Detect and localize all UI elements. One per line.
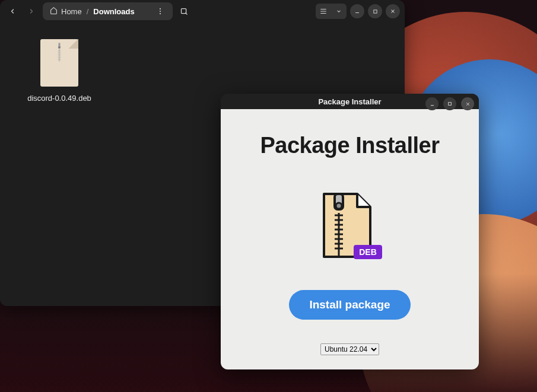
install-package-button[interactable]: Install package (289, 290, 410, 320)
file-label: discord-0.0.49.deb (27, 94, 91, 103)
svg-point-1 (160, 11, 161, 12)
svg-point-0 (160, 8, 161, 9)
home-icon (50, 7, 58, 16)
package-installer-window: Package Installer Package Installer (221, 94, 479, 369)
view-options-dropdown[interactable] (331, 4, 347, 19)
window-maximize-button[interactable] (368, 4, 382, 18)
svg-rect-9 (373, 9, 376, 12)
svg-point-2 (160, 13, 161, 14)
package-installer-content: Package Installer (221, 109, 479, 369)
svg-point-35 (336, 203, 342, 209)
page-heading: Package Installer (260, 133, 439, 158)
window-close-button[interactable] (461, 97, 474, 110)
install-button-label: Install package (309, 298, 390, 311)
svg-rect-22 (449, 103, 452, 106)
package-installer-titlebar[interactable]: Package Installer (221, 94, 479, 109)
svg-point-13 (58, 46, 61, 49)
search-button[interactable] (176, 4, 192, 19)
file-manager-headerbar: Home / Downloads (0, 0, 405, 23)
window-title: Package Installer (318, 97, 381, 106)
file-item[interactable]: discord-0.0.49.deb (12, 39, 107, 103)
deb-package-icon: DEB (318, 192, 382, 263)
nav-forward-button[interactable] (24, 4, 39, 19)
breadcrumb-separator: / (87, 7, 89, 16)
window-minimize-button[interactable] (425, 97, 439, 110)
breadcrumb-current[interactable]: Downloads (93, 7, 134, 16)
deb-badge-label: DEB (359, 247, 377, 257)
window-minimize-button[interactable] (350, 4, 364, 18)
window-close-button[interactable] (386, 4, 400, 18)
breadcrumb[interactable]: Home / Downloads (43, 2, 173, 20)
nav-back-button[interactable] (5, 4, 20, 19)
view-mode-group (316, 4, 347, 19)
os-version-select[interactable]: Ubuntu 22.04 (320, 343, 379, 355)
breadcrumb-home-label: Home (61, 7, 82, 16)
breadcrumb-current-label: Downloads (93, 7, 134, 16)
list-view-button[interactable] (316, 4, 331, 19)
breadcrumb-home[interactable]: Home (50, 7, 82, 16)
window-maximize-button[interactable] (443, 97, 456, 110)
path-menu-button[interactable] (154, 5, 167, 18)
deb-archive-icon (40, 39, 78, 87)
